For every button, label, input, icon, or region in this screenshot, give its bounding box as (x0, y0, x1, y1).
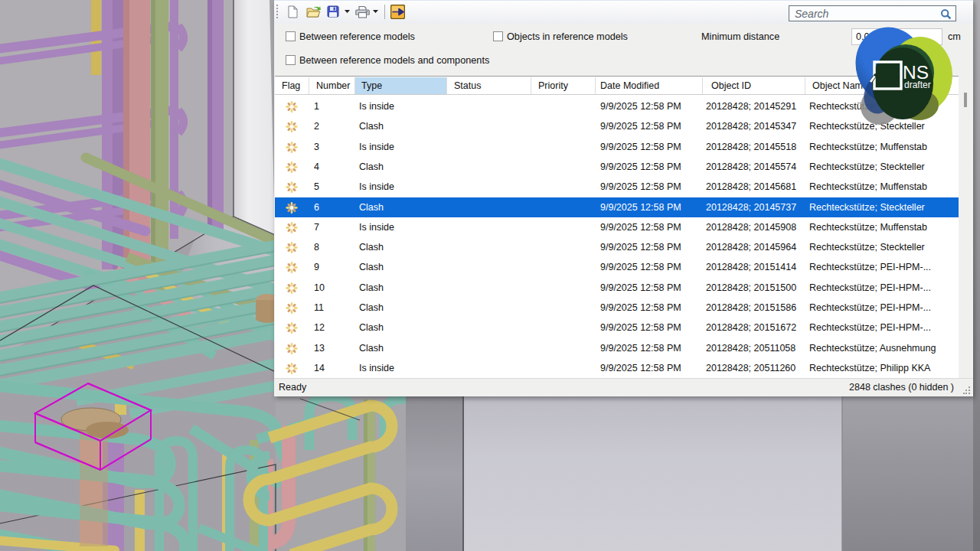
svg-text:drafter: drafter (904, 80, 931, 90)
